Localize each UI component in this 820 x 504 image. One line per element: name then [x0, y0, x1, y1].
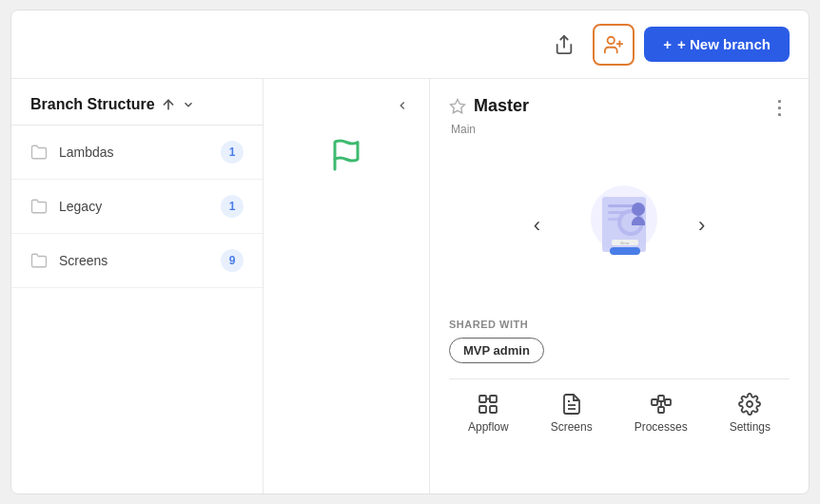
collapse-button[interactable]	[389, 92, 416, 119]
master-title: Master	[449, 96, 529, 116]
carousel-prev-button[interactable]: ‹	[526, 209, 548, 242]
list-item[interactable]: Screens 9	[11, 234, 263, 288]
star-icon	[449, 98, 466, 115]
processes-icon	[650, 393, 673, 416]
right-header: Master ⋮	[449, 96, 790, 119]
flag-icon	[329, 138, 363, 179]
chevron-left-icon	[396, 99, 409, 112]
branch-name: Lambdas	[59, 145, 209, 160]
shared-with-label: SHARED WITH	[449, 319, 790, 330]
branch-count-badge: 1	[221, 141, 244, 164]
middle-panel	[264, 79, 430, 494]
image-carousel: ‹	[449, 149, 790, 301]
screens-icon	[560, 393, 583, 416]
more-options-button[interactable]: ⋮	[770, 96, 790, 119]
folder-icon	[30, 252, 48, 269]
sort-icon	[161, 97, 176, 112]
add-user-button[interactable]	[593, 24, 635, 66]
settings-icon	[738, 393, 761, 416]
list-item[interactable]: Lambdas 1	[11, 126, 263, 180]
right-panel: Master ⋮ Main ‹	[430, 79, 809, 494]
branch-structure-header: Branch Structure	[11, 79, 263, 126]
svg-rect-15	[610, 247, 640, 255]
svg-rect-29	[658, 407, 664, 413]
master-subtitle: Main	[451, 123, 790, 136]
new-branch-button[interactable]: + + New branch	[644, 27, 790, 62]
left-panel: Branch Structure Lambdas 1	[11, 79, 264, 494]
appflow-action[interactable]: Appflow	[468, 393, 509, 434]
svg-point-33	[747, 401, 752, 407]
appflow-label: Appflow	[468, 420, 509, 434]
main-container: + + New branch Branch Structure	[10, 10, 810, 494]
svg-rect-18	[479, 396, 486, 402]
mvp-admin-badge[interactable]: MVP admin	[449, 338, 544, 363]
processes-action[interactable]: Processes	[635, 393, 688, 434]
folder-icon	[30, 198, 48, 215]
toolbar: + + New branch	[11, 10, 809, 79]
master-title-text: Master	[474, 96, 529, 116]
svg-rect-28	[665, 399, 671, 405]
svg-point-14	[632, 203, 645, 216]
content-area: Branch Structure Lambdas 1	[11, 79, 809, 494]
list-item[interactable]: Legacy 1	[11, 180, 263, 234]
settings-label: Settings	[730, 420, 771, 434]
shared-with-section: SHARED WITH MVP admin	[449, 319, 790, 363]
new-branch-label: + New branch	[677, 36, 771, 52]
carousel-image: Error	[557, 168, 681, 282]
branch-name: Legacy	[59, 199, 209, 214]
carousel-next-button[interactable]: ›	[691, 209, 713, 242]
svg-text:Error: Error	[621, 241, 631, 245]
processes-label: Processes	[635, 420, 688, 434]
share-icon	[554, 34, 575, 55]
branch-count-badge: 1	[221, 195, 244, 218]
branch-name: Screens	[59, 253, 209, 268]
add-user-icon	[603, 34, 624, 55]
svg-rect-19	[490, 396, 497, 402]
svg-rect-21	[490, 406, 497, 413]
screens-action[interactable]: Screens	[551, 393, 593, 434]
branch-count-badge: 9	[221, 249, 244, 272]
screens-label: Screens	[551, 420, 593, 434]
svg-rect-26	[652, 399, 657, 405]
folder-icon	[30, 144, 48, 161]
illustration-svg: Error	[562, 173, 676, 278]
settings-action[interactable]: Settings	[730, 393, 771, 434]
branch-list: Lambdas 1 Legacy 1 Screens 9	[11, 126, 263, 494]
svg-rect-27	[658, 396, 664, 401]
svg-rect-20	[479, 406, 486, 413]
bottom-actions: Appflow Screens	[449, 378, 790, 434]
share-button[interactable]	[545, 26, 583, 64]
svg-marker-6	[451, 99, 465, 112]
svg-point-1	[608, 36, 615, 43]
appflow-icon	[477, 393, 499, 416]
chevron-icon	[182, 98, 195, 111]
new-branch-plus: +	[663, 36, 672, 52]
branch-structure-title: Branch Structure	[30, 96, 155, 113]
